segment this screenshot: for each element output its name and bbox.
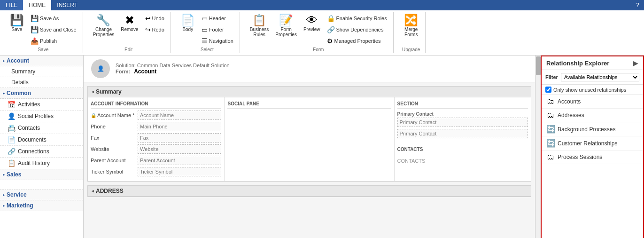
nav-item-activities[interactable]: 📅 Activities [0, 99, 83, 111]
right-panel: Relationship Explorer ▶ Filter Available… [541, 56, 644, 238]
tab-home[interactable]: HOME [23, 0, 51, 10]
business-rules-button[interactable]: 📋 BusinessRules [248, 13, 272, 39]
publish-button[interactable]: 📤 Publish [28, 36, 79, 46]
nav-item-social-profiles[interactable]: 👤 Social Profiles [0, 111, 83, 122]
footer-label: Footer [209, 27, 224, 32]
marketing-triangle: ▸ [3, 204, 5, 208]
undo-button[interactable]: ↩ Undo [143, 13, 167, 24]
tab-insert[interactable]: INSERT [51, 0, 83, 10]
filter-select[interactable]: Available Relationships All Relationship… [561, 73, 639, 81]
undo-redo-col: ↩ Undo ↪ Redo [143, 13, 167, 35]
account-name-input[interactable] [138, 111, 221, 120]
nav-section-marketing[interactable]: ▸ Marketing [0, 200, 83, 211]
help-button[interactable]: ? [631, 0, 644, 10]
business-rules-icon: 📋 [252, 15, 266, 26]
form-group-label: Form [313, 46, 324, 52]
website-label: Website [91, 146, 138, 152]
nav-item-summary[interactable]: Summary [0, 66, 83, 77]
tab-file[interactable]: FILE [0, 0, 23, 10]
save-button[interactable]: 💾 Save [8, 13, 26, 33]
redo-button[interactable]: ↪ Redo [143, 24, 167, 35]
nav-item-details[interactable]: Details [0, 77, 83, 88]
field-primary-contact-2 [397, 129, 528, 138]
nav-item-contacts[interactable]: 📇 Contacts [0, 122, 83, 134]
redo-label: Redo [152, 27, 164, 32]
header-button[interactable]: ▭ Header [199, 13, 236, 24]
customer-rel-label: Customer Relationships [558, 140, 617, 147]
managed-icon: ⚙ [327, 37, 333, 45]
fax-input[interactable] [138, 133, 221, 143]
primary-contact-input-1[interactable] [397, 118, 528, 127]
merge-forms-button[interactable]: 🔀 MergeForms [402, 13, 420, 39]
social-profiles-label: Social Profiles [18, 113, 54, 119]
parent-account-input[interactable] [138, 156, 221, 165]
form-properties-button[interactable]: 📝 FormProperties [273, 13, 299, 39]
publish-label: Publish [40, 38, 57, 44]
panel-item-addresses[interactable]: 🗂 Addresses [542, 109, 643, 122]
enable-security-roles-button[interactable]: 🔒 Enable Security Roles [325, 13, 389, 24]
nav-section-sales[interactable]: ▸ Sales [0, 169, 83, 180]
unused-relationships-label: Only show unused relationships [553, 87, 626, 93]
footer-button[interactable]: ▭ Footer [199, 24, 236, 35]
undo-label: Undo [152, 16, 164, 21]
security-label: Enable Security Roles [336, 16, 387, 21]
preview-button[interactable]: 👁 Preview [301, 13, 323, 33]
navigation-button[interactable]: ☰ Navigation [199, 36, 236, 46]
panel-item-customer-relationships[interactable]: 🔄 Customer Relationships [542, 136, 643, 151]
field-ticker-symbol: Ticker Symbol [91, 167, 221, 176]
nav-section-common[interactable]: ▸ Common [0, 88, 83, 99]
contacts-icon: 📇 [8, 124, 16, 132]
field-primary-contact-1 [397, 118, 528, 127]
filter-label: Filter [545, 74, 558, 80]
nav-section-service[interactable]: ▸ Service [0, 190, 83, 200]
phone-input[interactable] [138, 122, 221, 131]
nav-section-account[interactable]: ▸ Account [0, 56, 83, 66]
panel-checkbox-row: Only show unused relationships [542, 85, 643, 95]
save-close-label: Save and Close [40, 27, 77, 32]
ribbon-group-upgrade: 🔀 MergeForms Upgrade [397, 12, 426, 53]
ticker-symbol-input[interactable] [138, 167, 221, 176]
nav-item-audit-history[interactable]: 📋 Audit History [0, 158, 83, 169]
remove-label: Remove [121, 27, 138, 32]
scrollbar[interactable] [535, 56, 541, 238]
col-header-account: ACCOUNT INFORMATION [91, 100, 221, 109]
common-section-label: Common [7, 90, 31, 96]
summary-section-header[interactable]: ◂ Summary [88, 87, 531, 97]
social-profiles-icon: 👤 [8, 112, 16, 120]
col-section: Section Primary Contact CONTACTS CONTACT… [395, 97, 531, 181]
panel-item-background-processes[interactable]: 🔄 Background Processes [542, 122, 643, 136]
accounts-label: Accounts [558, 98, 581, 105]
panel-item-accounts[interactable]: 🗂 Accounts [542, 95, 643, 109]
managed-properties-button[interactable]: ⚙ Managed Properties [325, 36, 389, 46]
save-as-button[interactable]: 💾 Save As [28, 13, 79, 24]
ribbon-group-edit: 🔧 ChangeProperties ✖ Remove ↩ Undo ↪ Red… [87, 12, 171, 53]
remove-button[interactable]: ✖ Remove [118, 13, 140, 33]
publish-icon: 📤 [31, 37, 39, 45]
form-label: Form: [116, 69, 130, 74]
nav-item-documents[interactable]: 📄 Documents [0, 134, 83, 146]
address-section-header[interactable]: ◂ ADDRESS [88, 186, 531, 197]
addresses-label: Addresses [558, 112, 584, 119]
unused-relationships-checkbox[interactable] [545, 87, 551, 93]
connections-label: Connections [18, 148, 49, 155]
body-button[interactable]: 📄 Body [178, 13, 197, 33]
form-body: ◂ Summary ACCOUNT INFORMATION 🔒 Account … [84, 82, 535, 238]
footer-icon: ▭ [202, 26, 208, 33]
website-input[interactable] [138, 144, 221, 154]
summary-label: Summary [11, 68, 35, 75]
address-triangle: ◂ [92, 189, 94, 193]
lock-icon: 🔒 [91, 113, 96, 118]
addresses-icon: 🗂 [546, 111, 555, 119]
nav-item-connections[interactable]: 🔗 Connections [0, 146, 83, 158]
panel-item-process-sessions[interactable]: 🗂 Process Sessions [542, 151, 643, 164]
header-label: Header [209, 16, 226, 21]
panel-expand-arrow[interactable]: ▶ [633, 59, 638, 67]
bg-processes-icon: 🔄 [546, 125, 555, 134]
save-as-label: Save As [40, 16, 59, 21]
primary-contact-input-2[interactable] [397, 129, 528, 138]
show-dependencies-button[interactable]: 🔗 Show Dependencies [325, 24, 389, 35]
panel-filter-row: Filter Available Relationships All Relat… [542, 70, 643, 85]
contacts-header: CONTACTS [397, 146, 528, 154]
save-and-close-button[interactable]: 💾 Save and Close [28, 24, 79, 35]
change-properties-button[interactable]: 🔧 ChangeProperties [91, 13, 117, 39]
